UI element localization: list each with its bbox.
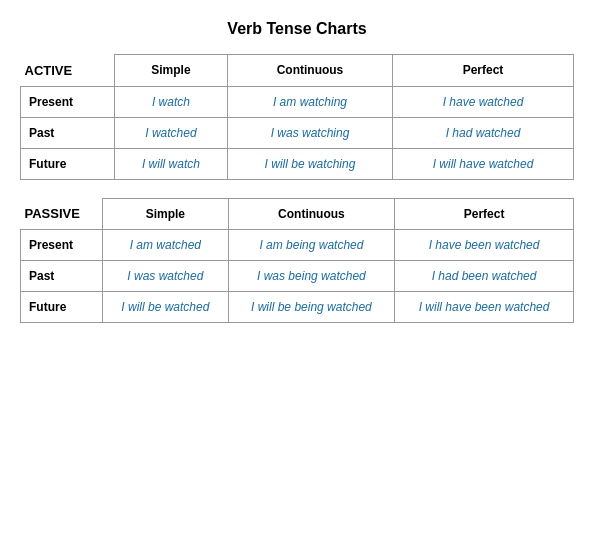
table-row: Present I am watched I am being watched … — [21, 230, 574, 261]
passive-present-perfect: I have been watched — [395, 230, 574, 261]
active-header-continuous: Continuous — [227, 55, 392, 87]
active-present-label: Present — [21, 86, 115, 117]
active-header-perfect: Perfect — [393, 55, 574, 87]
table-row: Past I was watched I was being watched I… — [21, 261, 574, 292]
passive-future-simple: I will be watched — [102, 292, 228, 323]
passive-past-simple: I was watched — [102, 261, 228, 292]
page-title: Verb Tense Charts — [20, 20, 574, 38]
passive-header-continuous: Continuous — [228, 198, 394, 230]
active-header-simple: Simple — [114, 55, 227, 87]
passive-present-simple: I am watched — [102, 230, 228, 261]
active-future-label: Future — [21, 148, 115, 179]
active-present-perfect: I have watched — [393, 86, 574, 117]
passive-past-label: Past — [21, 261, 103, 292]
table-row: Present I watch I am watching I have wat… — [21, 86, 574, 117]
active-present-continuous: I am watching — [227, 86, 392, 117]
active-future-simple: I will watch — [114, 148, 227, 179]
passive-present-label: Present — [21, 230, 103, 261]
active-label: ACTIVE — [21, 55, 115, 87]
passive-future-perfect: I will have been watched — [395, 292, 574, 323]
active-present-simple: I watch — [114, 86, 227, 117]
table-row: Past I watched I was watching I had watc… — [21, 117, 574, 148]
passive-past-perfect: I had been watched — [395, 261, 574, 292]
table-row: Future I will watch I will be watching I… — [21, 148, 574, 179]
active-future-perfect: I will have watched — [393, 148, 574, 179]
passive-present-continuous: I am being watched — [228, 230, 394, 261]
active-table: ACTIVE Simple Continuous Perfect Present… — [20, 54, 574, 180]
passive-section: PASSIVE Simple Continuous Perfect Presen… — [20, 198, 574, 324]
passive-past-continuous: I was being watched — [228, 261, 394, 292]
passive-future-continuous: I will be being watched — [228, 292, 394, 323]
passive-header-simple: Simple — [102, 198, 228, 230]
passive-header-perfect: Perfect — [395, 198, 574, 230]
active-past-perfect: I had watched — [393, 117, 574, 148]
active-section: ACTIVE Simple Continuous Perfect Present… — [20, 54, 574, 180]
table-row: Future I will be watched I will be being… — [21, 292, 574, 323]
passive-table: PASSIVE Simple Continuous Perfect Presen… — [20, 198, 574, 324]
active-past-continuous: I was watching — [227, 117, 392, 148]
passive-future-label: Future — [21, 292, 103, 323]
active-past-simple: I watched — [114, 117, 227, 148]
passive-label: PASSIVE — [21, 198, 103, 230]
active-past-label: Past — [21, 117, 115, 148]
active-future-continuous: I will be watching — [227, 148, 392, 179]
